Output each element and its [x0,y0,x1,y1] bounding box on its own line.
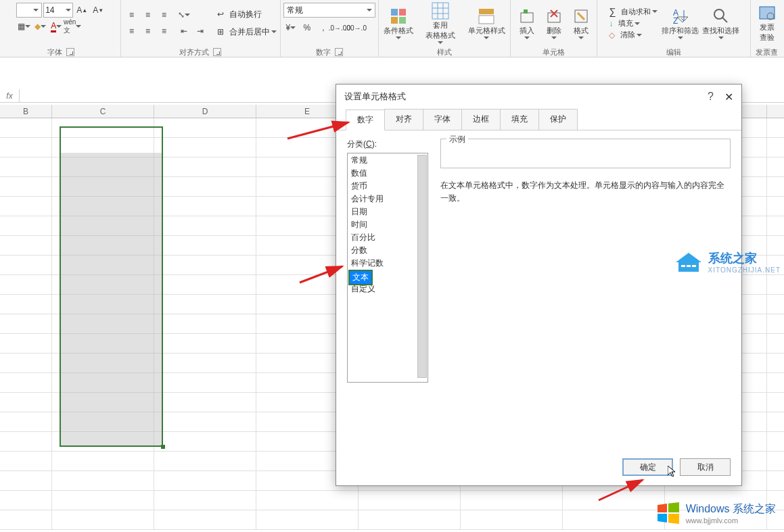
category-item[interactable]: 自定义 [348,283,427,295]
tab-number[interactable]: 数字 [346,110,385,130]
decrease-indent-icon[interactable]: ⇤ [177,24,191,39]
cell[interactable] [461,491,563,510]
find-select-button[interactable]: 查找和选择 [701,3,741,43]
align-left-icon[interactable]: ≡ [124,24,139,39]
cell[interactable] [0,236,52,255]
delete-button[interactable]: 删除 [540,3,568,43]
category-item[interactable]: 货币 [348,180,427,193]
increase-indent-icon[interactable]: ⇥ [193,24,208,39]
insert-button[interactable]: 插入 [513,3,540,43]
cell[interactable] [154,275,256,294]
cell[interactable] [0,334,52,353]
fx-label[interactable]: fx [0,89,19,102]
scrollbar[interactable] [417,155,427,378]
cell[interactable] [154,373,256,392]
cell[interactable] [52,491,154,510]
cell[interactable] [0,177,52,196]
cell[interactable] [154,491,256,510]
cell[interactable] [154,197,256,216]
tab-font[interactable]: 字体 [423,109,462,130]
cell[interactable] [52,118,154,137]
increase-font-icon[interactable]: A▲ [74,3,89,18]
cell[interactable] [0,393,52,412]
category-item[interactable]: 百分比 [348,231,427,244]
sort-filter-button[interactable]: AZ 排序和筛选 [660,3,701,43]
cell[interactable] [0,412,52,431]
cell[interactable] [0,510,52,529]
cell[interactable] [0,432,52,451]
dialog-launcher-icon[interactable] [335,48,343,56]
cell[interactable] [256,491,359,510]
clear-button[interactable]: ◇ 清除 [609,30,657,40]
cell[interactable] [563,510,665,529]
cell[interactable] [0,295,52,314]
col-header[interactable]: B [0,105,52,118]
category-listbox[interactable]: 常规 数值 货币 会计专用 日期 时间 百分比 分数 科学记数 文本 特殊 自定… [347,153,428,383]
cell-styles-button[interactable]: 单元格样式 [463,3,510,43]
dialog-titlebar[interactable]: 设置单元格格式 ? ✕ [336,84,741,109]
cell[interactable] [154,256,256,274]
decrease-font-icon[interactable]: A▼ [91,3,106,18]
align-right-icon[interactable]: ≡ [156,24,171,39]
conditional-formatting-button[interactable]: 条件格式 [379,3,418,43]
tab-protection[interactable]: 保护 [538,109,578,130]
category-item[interactable]: 时间 [348,218,427,231]
dialog-launcher-icon[interactable] [66,48,74,56]
currency-icon[interactable]: ¥ [283,20,298,35]
cell[interactable] [154,314,256,333]
category-item[interactable]: 数值 [348,167,427,180]
format-as-table-button[interactable]: 套用表格格式 [418,3,463,43]
tab-border[interactable]: 边框 [461,109,501,130]
category-item[interactable]: 常规 [348,154,427,167]
wrap-text-button[interactable]: ↩自动换行 [213,7,277,22]
tab-fill[interactable]: 填充 [500,109,539,130]
number-format-combo[interactable]: 常规 [283,3,375,18]
col-header[interactable]: D [154,105,256,118]
cell[interactable] [0,314,52,333]
cell[interactable] [563,491,665,510]
ok-button[interactable]: 确定 [622,458,673,476]
cell[interactable] [0,118,52,137]
category-item[interactable]: 科学记数 [348,257,427,270]
align-bottom-icon[interactable]: ≡ [156,7,171,22]
cell[interactable] [154,334,256,353]
align-middle-icon[interactable]: ≡ [140,7,155,22]
cell[interactable] [0,373,52,392]
cell[interactable] [154,177,256,196]
align-center-icon[interactable]: ≡ [140,24,155,39]
category-item[interactable]: 分数 [348,244,427,257]
cell[interactable] [154,510,256,529]
border-button[interactable]: ▦ [16,19,31,34]
cell[interactable] [154,393,256,412]
cell[interactable] [359,491,461,510]
align-top-icon[interactable]: ≡ [124,7,139,22]
cell[interactable] [0,197,52,216]
orientation-icon[interactable]: ⤡ [177,7,191,22]
cell[interactable] [154,471,256,490]
category-item[interactable]: 特殊 [348,270,427,283]
cell[interactable] [154,452,256,470]
cell[interactable] [52,471,154,490]
cell[interactable] [154,118,256,137]
fill-button[interactable]: ↓ 填充 [609,18,657,28]
invoice-check-button[interactable]: 发票查验 [752,3,782,43]
col-header[interactable]: C [52,105,154,118]
cell[interactable] [52,452,154,470]
close-icon[interactable]: ✕ [724,91,733,103]
cell[interactable] [154,138,256,157]
format-button[interactable]: 格式 [568,3,595,43]
font-color-button[interactable]: A [49,19,64,34]
cell[interactable] [359,510,461,529]
cell[interactable] [0,256,52,274]
cell[interactable] [154,158,256,176]
phonetic-button[interactable]: wén文 [65,19,80,34]
percent-icon[interactable]: % [300,20,315,35]
cell[interactable] [0,452,52,470]
cell[interactable] [0,275,52,294]
tab-alignment[interactable]: 对齐 [384,109,423,130]
cancel-button[interactable]: 取消 [680,458,731,476]
category-item[interactable]: 日期 [348,205,427,218]
cell[interactable] [154,354,256,372]
cell[interactable] [256,510,359,529]
help-icon[interactable]: ? [708,91,714,103]
